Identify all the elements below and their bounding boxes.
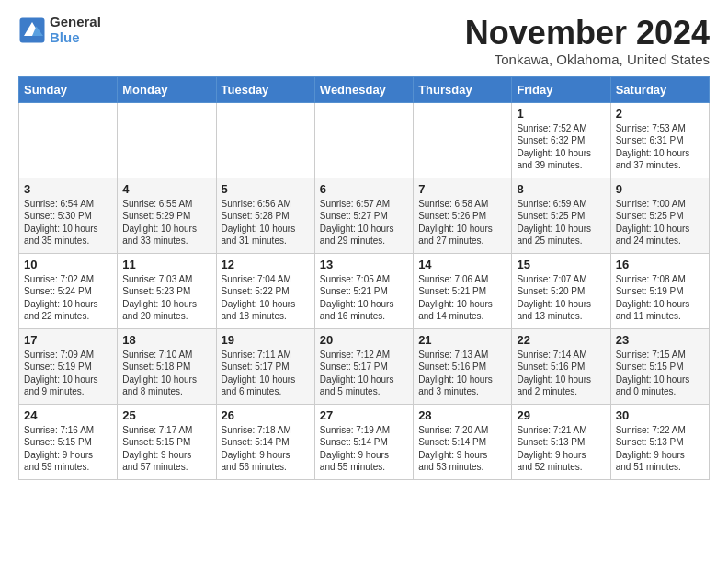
day-cell: 17Sunrise: 7:09 AM Sunset: 5:19 PM Dayli… [19, 328, 118, 404]
week-row-2: 10Sunrise: 7:02 AM Sunset: 5:24 PM Dayli… [19, 253, 710, 328]
day-number: 24 [24, 408, 112, 422]
day-number: 10 [24, 258, 112, 271]
day-number: 19 [222, 333, 310, 347]
day-cell: 10Sunrise: 7:02 AM Sunset: 5:24 PM Dayli… [19, 253, 118, 328]
title-section: November 2024 Tonkawa, Oklahoma, United … [465, 15, 710, 67]
calendar-header: SundayMondayTuesdayWednesdayThursdayFrid… [19, 76, 710, 102]
day-number: 20 [320, 333, 408, 347]
month-title: November 2024 [465, 15, 710, 52]
day-cell: 28Sunrise: 7:20 AM Sunset: 5:14 PM Dayli… [414, 404, 512, 479]
day-cell: 3Sunrise: 6:54 AM Sunset: 5:30 PM Daylig… [19, 178, 118, 253]
day-number: 22 [517, 333, 605, 347]
day-info: Sunrise: 6:59 AM Sunset: 5:25 PM Dayligh… [517, 198, 605, 247]
day-cell: 18Sunrise: 7:10 AM Sunset: 5:18 PM Dayli… [118, 328, 216, 404]
day-cell: 22Sunrise: 7:14 AM Sunset: 5:16 PM Dayli… [512, 328, 610, 404]
day-info: Sunrise: 7:08 AM Sunset: 5:19 PM Dayligh… [616, 273, 704, 323]
day-cell: 8Sunrise: 6:59 AM Sunset: 5:25 PM Daylig… [512, 178, 610, 253]
header-row: SundayMondayTuesdayWednesdayThursdayFrid… [19, 76, 710, 102]
day-info: Sunrise: 7:06 AM Sunset: 5:21 PM Dayligh… [418, 273, 506, 323]
day-info: Sunrise: 7:05 AM Sunset: 5:21 PM Dayligh… [320, 273, 408, 323]
day-number: 16 [616, 258, 704, 271]
day-info: Sunrise: 7:00 AM Sunset: 5:25 PM Dayligh… [616, 198, 704, 247]
day-number: 29 [517, 408, 605, 422]
header-thursday: Thursday [414, 76, 512, 102]
day-cell [118, 102, 216, 178]
week-row-1: 3Sunrise: 6:54 AM Sunset: 5:30 PM Daylig… [19, 178, 710, 253]
day-number: 23 [616, 333, 704, 347]
day-cell: 16Sunrise: 7:08 AM Sunset: 5:19 PM Dayli… [610, 253, 709, 328]
day-cell: 29Sunrise: 7:21 AM Sunset: 5:13 PM Dayli… [512, 404, 610, 479]
day-cell: 27Sunrise: 7:19 AM Sunset: 5:14 PM Dayli… [314, 404, 413, 479]
day-number: 3 [24, 182, 112, 196]
day-number: 14 [418, 258, 506, 271]
header-saturday: Saturday [610, 76, 709, 102]
day-info: Sunrise: 7:53 AM Sunset: 6:31 PM Dayligh… [616, 122, 704, 172]
calendar: SundayMondayTuesdayWednesdayThursdayFrid… [18, 76, 710, 480]
day-info: Sunrise: 7:19 AM Sunset: 5:14 PM Dayligh… [320, 424, 408, 474]
day-number: 18 [122, 333, 210, 347]
day-info: Sunrise: 7:04 AM Sunset: 5:22 PM Dayligh… [222, 273, 310, 323]
day-number: 7 [418, 182, 506, 196]
day-info: Sunrise: 7:52 AM Sunset: 6:32 PM Dayligh… [517, 122, 605, 172]
logo: General Blue [18, 15, 101, 45]
day-cell: 30Sunrise: 7:22 AM Sunset: 5:13 PM Dayli… [610, 404, 709, 479]
day-info: Sunrise: 6:58 AM Sunset: 5:26 PM Dayligh… [418, 198, 506, 247]
day-cell: 11Sunrise: 7:03 AM Sunset: 5:23 PM Dayli… [118, 253, 216, 328]
day-cell [314, 102, 413, 178]
day-number: 30 [616, 408, 704, 422]
day-number: 4 [122, 182, 210, 196]
day-cell: 5Sunrise: 6:56 AM Sunset: 5:28 PM Daylig… [216, 178, 314, 253]
logo-text: General Blue [50, 15, 101, 45]
calendar-body: 1Sunrise: 7:52 AM Sunset: 6:32 PM Daylig… [19, 102, 710, 479]
day-info: Sunrise: 7:13 AM Sunset: 5:16 PM Dayligh… [418, 349, 506, 398]
day-cell: 25Sunrise: 7:17 AM Sunset: 5:15 PM Dayli… [118, 404, 216, 479]
logo-general: General [50, 15, 101, 30]
day-info: Sunrise: 7:15 AM Sunset: 5:15 PM Dayligh… [616, 349, 704, 398]
day-info: Sunrise: 7:18 AM Sunset: 5:14 PM Dayligh… [222, 424, 310, 474]
day-info: Sunrise: 7:21 AM Sunset: 5:13 PM Dayligh… [517, 424, 605, 474]
day-info: Sunrise: 7:12 AM Sunset: 5:17 PM Dayligh… [320, 349, 408, 398]
day-info: Sunrise: 6:54 AM Sunset: 5:30 PM Dayligh… [24, 198, 112, 247]
day-number: 11 [122, 258, 210, 271]
header-wednesday: Wednesday [314, 76, 413, 102]
day-number: 21 [418, 333, 506, 347]
day-number: 13 [320, 258, 408, 271]
day-number: 6 [320, 182, 408, 196]
day-info: Sunrise: 7:09 AM Sunset: 5:19 PM Dayligh… [24, 349, 112, 398]
day-cell: 12Sunrise: 7:04 AM Sunset: 5:22 PM Dayli… [216, 253, 314, 328]
day-info: Sunrise: 7:14 AM Sunset: 5:16 PM Dayligh… [517, 349, 605, 398]
location: Tonkawa, Oklahoma, United States [465, 52, 710, 67]
day-cell: 2Sunrise: 7:53 AM Sunset: 6:31 PM Daylig… [610, 102, 709, 178]
day-number: 5 [222, 182, 310, 196]
day-number: 9 [616, 182, 704, 196]
day-number: 27 [320, 408, 408, 422]
day-cell: 20Sunrise: 7:12 AM Sunset: 5:17 PM Dayli… [314, 328, 413, 404]
day-number: 25 [122, 408, 210, 422]
day-cell: 24Sunrise: 7:16 AM Sunset: 5:15 PM Dayli… [19, 404, 118, 479]
day-cell: 15Sunrise: 7:07 AM Sunset: 5:20 PM Dayli… [512, 253, 610, 328]
header-tuesday: Tuesday [216, 76, 314, 102]
day-number: 2 [616, 107, 704, 121]
day-info: Sunrise: 7:22 AM Sunset: 5:13 PM Dayligh… [616, 424, 704, 474]
header: General Blue November 2024 Tonkawa, Okla… [18, 15, 710, 67]
day-info: Sunrise: 7:17 AM Sunset: 5:15 PM Dayligh… [122, 424, 210, 474]
page: General Blue November 2024 Tonkawa, Okla… [0, 0, 728, 489]
day-info: Sunrise: 7:16 AM Sunset: 5:15 PM Dayligh… [24, 424, 112, 474]
day-number: 12 [222, 258, 310, 271]
day-cell: 19Sunrise: 7:11 AM Sunset: 5:17 PM Dayli… [216, 328, 314, 404]
week-row-4: 24Sunrise: 7:16 AM Sunset: 5:15 PM Dayli… [19, 404, 710, 479]
day-info: Sunrise: 7:07 AM Sunset: 5:20 PM Dayligh… [517, 273, 605, 323]
day-cell: 21Sunrise: 7:13 AM Sunset: 5:16 PM Dayli… [414, 328, 512, 404]
day-cell: 26Sunrise: 7:18 AM Sunset: 5:14 PM Dayli… [216, 404, 314, 479]
day-number: 26 [222, 408, 310, 422]
day-cell: 9Sunrise: 7:00 AM Sunset: 5:25 PM Daylig… [610, 178, 709, 253]
week-row-0: 1Sunrise: 7:52 AM Sunset: 6:32 PM Daylig… [19, 102, 710, 178]
day-info: Sunrise: 7:02 AM Sunset: 5:24 PM Dayligh… [24, 273, 112, 323]
day-number: 1 [517, 107, 605, 121]
day-number: 28 [418, 408, 506, 422]
day-cell: 14Sunrise: 7:06 AM Sunset: 5:21 PM Dayli… [414, 253, 512, 328]
day-cell [414, 102, 512, 178]
day-number: 17 [24, 333, 112, 347]
day-info: Sunrise: 7:10 AM Sunset: 5:18 PM Dayligh… [122, 349, 210, 398]
day-cell: 4Sunrise: 6:55 AM Sunset: 5:29 PM Daylig… [118, 178, 216, 253]
